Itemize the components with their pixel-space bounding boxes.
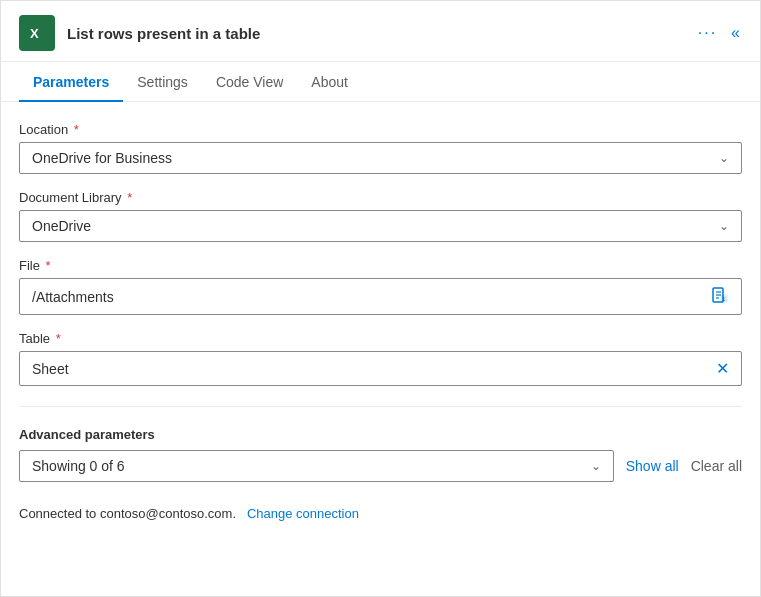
tab-about[interactable]: About bbox=[297, 62, 362, 102]
tabs: Parameters Settings Code View About bbox=[1, 62, 760, 102]
document-library-value: OneDrive bbox=[32, 218, 91, 234]
location-field-group: Location * OneDrive for Business ⌄ bbox=[19, 122, 742, 174]
advanced-row: Showing 0 of 6 ⌄ Show all Clear all bbox=[19, 450, 742, 482]
tab-code-view[interactable]: Code View bbox=[202, 62, 297, 102]
file-field[interactable]: /Attachments 1 bbox=[19, 278, 742, 315]
excel-icon: X bbox=[19, 15, 55, 51]
tab-settings[interactable]: Settings bbox=[123, 62, 202, 102]
file-picker-icon[interactable]: 1 bbox=[711, 286, 729, 307]
advanced-dropdown[interactable]: Showing 0 of 6 ⌄ bbox=[19, 450, 614, 482]
document-library-required: * bbox=[124, 190, 133, 205]
location-required: * bbox=[70, 122, 79, 137]
table-required: * bbox=[52, 331, 61, 346]
table-field-group: Table * Sheet ✕ bbox=[19, 331, 742, 386]
document-library-chevron-icon: ⌄ bbox=[719, 219, 729, 233]
file-label: File * bbox=[19, 258, 742, 273]
location-value: OneDrive for Business bbox=[32, 150, 172, 166]
document-library-label: Document Library * bbox=[19, 190, 742, 205]
header-left: X List rows present in a table bbox=[19, 15, 260, 51]
section-divider bbox=[19, 406, 742, 407]
location-label: Location * bbox=[19, 122, 742, 137]
document-library-dropdown[interactable]: OneDrive ⌄ bbox=[19, 210, 742, 242]
table-value: Sheet bbox=[32, 361, 69, 377]
location-dropdown[interactable]: OneDrive for Business ⌄ bbox=[19, 142, 742, 174]
location-chevron-icon: ⌄ bbox=[719, 151, 729, 165]
file-value: /Attachments bbox=[32, 289, 114, 305]
more-icon[interactable]: ··· bbox=[698, 24, 717, 42]
file-required: * bbox=[42, 258, 51, 273]
show-all-button[interactable]: Show all bbox=[626, 458, 679, 474]
advanced-label: Advanced parameters bbox=[19, 427, 742, 442]
change-connection-link[interactable]: Change connection bbox=[247, 506, 359, 521]
table-field[interactable]: Sheet ✕ bbox=[19, 351, 742, 386]
table-clear-icon[interactable]: ✕ bbox=[716, 359, 729, 378]
footer-text: Connected to contoso@contoso.com. bbox=[19, 506, 236, 521]
advanced-section: Advanced parameters Showing 0 of 6 ⌄ Sho… bbox=[19, 427, 742, 482]
panel: X List rows present in a table ··· « Par… bbox=[0, 0, 761, 597]
advanced-dropdown-value: Showing 0 of 6 bbox=[32, 458, 125, 474]
document-library-field-group: Document Library * OneDrive ⌄ bbox=[19, 190, 742, 242]
svg-text:X: X bbox=[30, 26, 39, 41]
advanced-chevron-icon: ⌄ bbox=[591, 459, 601, 473]
tab-parameters[interactable]: Parameters bbox=[19, 62, 123, 102]
header: X List rows present in a table ··· « bbox=[1, 1, 760, 62]
header-actions: ··· « bbox=[698, 24, 742, 42]
table-label: Table * bbox=[19, 331, 742, 346]
clear-all-button[interactable]: Clear all bbox=[691, 458, 742, 474]
file-field-group: File * /Attachments 1 bbox=[19, 258, 742, 315]
header-title: List rows present in a table bbox=[67, 25, 260, 42]
content: Location * OneDrive for Business ⌄ Docum… bbox=[1, 102, 760, 541]
footer: Connected to contoso@contoso.com. Change… bbox=[19, 498, 742, 521]
collapse-icon[interactable]: « bbox=[731, 24, 742, 42]
